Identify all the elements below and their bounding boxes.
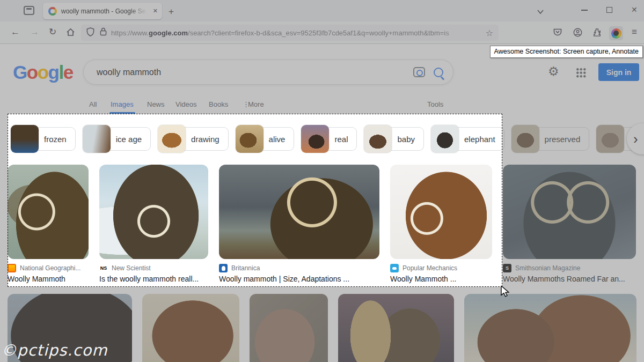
tab-all[interactable]: All — [89, 100, 97, 108]
awesome-screenshot-button[interactable] — [609, 26, 623, 40]
result-image-row2-2[interactable] — [142, 294, 239, 362]
chip-preserved[interactable]: preserved — [511, 124, 590, 153]
source-name: Smithsonian Magazine — [515, 264, 580, 272]
account-icon[interactable] — [573, 28, 582, 39]
awesome-screenshot-icon — [611, 28, 621, 39]
google-logo[interactable]: Google — [13, 62, 73, 83]
firefox-view-icon[interactable] — [24, 6, 34, 15]
chip-label: drawing — [182, 127, 229, 151]
filter-chips-row: frozen ice age drawing alive real baby e… — [11, 124, 644, 153]
chip-alive[interactable]: alive — [236, 124, 295, 153]
logo-letter: o — [27, 62, 38, 83]
chip-frozen[interactable]: frozen — [11, 124, 76, 153]
chip-baby[interactable]: baby — [364, 124, 424, 153]
chip-thumbnail — [364, 125, 392, 153]
tab-images[interactable]: Images — [111, 100, 134, 108]
tab-list-chevron-icon[interactable] — [537, 7, 544, 17]
sign-in-button[interactable]: Sign in — [598, 63, 639, 81]
result-card-popmech[interactable]: Popular Mechanics Woolly Mammoth ... — [390, 165, 492, 283]
result-source: Popular Mechanics — [390, 264, 492, 272]
home-button[interactable] — [66, 28, 75, 39]
result-image-smithsonian[interactable] — [503, 165, 636, 259]
tools-button[interactable]: Tools — [427, 100, 443, 108]
tab-videos[interactable]: Videos — [175, 100, 197, 108]
settings-gear-icon[interactable]: ⚙ — [548, 64, 559, 79]
chip-thumbnail — [236, 125, 264, 153]
forward-button[interactable]: → — [30, 27, 39, 38]
chip-ice-age[interactable]: ice age — [83, 124, 151, 153]
search-magnifier-icon[interactable] — [434, 68, 443, 77]
chip-thumbnail — [83, 125, 111, 153]
tab-title: woolly mammoth - Google Sea — [61, 8, 150, 15]
google-images-page: Google ⚙ Sign in All Images News Videos … — [0, 44, 644, 362]
result-card-natgeo[interactable]: National Geographi... Woolly Mammoth — [8, 165, 89, 283]
url-path: /search?client=firefox-b-d&sca_esv=9525f… — [188, 29, 449, 37]
chip-thumbnail — [596, 125, 624, 153]
popmech-favicon-icon — [390, 264, 399, 272]
screenshot-root: woolly mammoth - Google Sea ✕ + ✕ ← → ↻ … — [0, 0, 644, 362]
chip-label: alive — [260, 127, 295, 151]
pocket-icon[interactable] — [553, 28, 562, 39]
maximize-button[interactable] — [606, 7, 612, 13]
britannica-favicon-icon — [219, 264, 228, 272]
tab-books[interactable]: Books — [209, 100, 228, 108]
active-tab[interactable]: woolly mammoth - Google Sea ✕ — [43, 3, 162, 19]
close-window-button[interactable]: ✕ — [631, 5, 638, 14]
google-favicon-icon — [48, 7, 57, 16]
google-lens-icon[interactable] — [413, 67, 425, 77]
result-image-row2-3[interactable] — [250, 294, 328, 362]
logo-letter: l — [58, 62, 63, 83]
result-title[interactable]: Woolly mammoth | Size, Adaptations ... — [219, 275, 379, 283]
chip-elephant[interactable]: elephant — [431, 124, 504, 153]
awesome-screenshot-tooltip: Awesome Screenshot: Screen capture, Anno… — [490, 46, 643, 58]
result-card-britannica[interactable]: Britannica Woolly mammoth | Size, Adapta… — [219, 165, 379, 283]
tab-more[interactable]: More — [248, 100, 264, 108]
result-card-newscientist[interactable]: NSNew Scientist Is the woolly mammoth re… — [99, 165, 208, 283]
logo-letter: G — [13, 62, 27, 83]
result-image-natgeo[interactable] — [8, 165, 89, 259]
extensions-puzzle-icon[interactable] — [592, 28, 602, 39]
chip-thumbnail — [158, 125, 186, 153]
url-text[interactable]: https://www.google.com/search?client=fir… — [111, 29, 486, 37]
tab-close-icon[interactable]: ✕ — [150, 8, 158, 14]
chip-thumbnail — [511, 125, 539, 153]
result-image-row2-4[interactable] — [338, 294, 454, 362]
result-title[interactable]: Woolly Mammoth ... — [390, 275, 492, 283]
tab-news[interactable]: News — [147, 100, 165, 108]
chip-label: frozen — [35, 127, 76, 151]
search-input[interactable] — [97, 68, 413, 77]
new-tab-button[interactable]: + — [169, 6, 174, 17]
result-image-britannica[interactable] — [219, 165, 379, 259]
bookmark-star-icon[interactable]: ☆ — [486, 28, 493, 38]
chip-label: real — [325, 127, 357, 151]
newscientist-favicon-icon: NS — [99, 264, 108, 272]
hamburger-menu-icon[interactable]: ≡ — [632, 27, 637, 38]
chip-thumbnail — [431, 125, 459, 153]
source-name: National Geographi... — [20, 264, 80, 272]
lock-icon[interactable] — [100, 27, 107, 38]
reload-button[interactable]: ↻ — [49, 27, 56, 38]
result-card-smithsonian[interactable]: SSmithsonian Magazine Woolly Mammoths Ro… — [503, 165, 636, 283]
result-image-newscientist[interactable] — [99, 165, 208, 259]
chip-real[interactable]: real — [301, 124, 357, 153]
back-button[interactable]: ← — [11, 27, 20, 38]
search-box[interactable] — [83, 60, 453, 85]
result-title[interactable]: Woolly Mammoths Roamed Far an... — [503, 275, 636, 283]
result-title[interactable]: Woolly Mammoth — [8, 275, 89, 283]
source-name: Popular Mechanics — [402, 264, 457, 272]
source-name: New Scientist — [112, 264, 151, 272]
chip-label: ice age — [107, 127, 151, 151]
mouse-cursor — [500, 286, 510, 297]
logo-letter: g — [48, 62, 59, 83]
google-apps-grid-icon[interactable] — [576, 68, 586, 78]
tab-bar: woolly mammoth - Google Sea ✕ + ✕ — [0, 0, 644, 21]
result-image-popmech[interactable] — [390, 165, 492, 259]
url-bar[interactable]: https://www.google.com/search?client=fir… — [81, 25, 499, 41]
result-image-row2-5[interactable] — [464, 294, 636, 362]
logo-letter: e — [63, 62, 73, 83]
result-title[interactable]: Is the woolly mammoth reall... — [99, 275, 208, 283]
tracking-shield-icon[interactable] — [86, 27, 94, 39]
minimize-button[interactable] — [581, 10, 588, 11]
chip-drawing[interactable]: drawing — [158, 124, 229, 153]
logo-letter: o — [38, 62, 48, 83]
